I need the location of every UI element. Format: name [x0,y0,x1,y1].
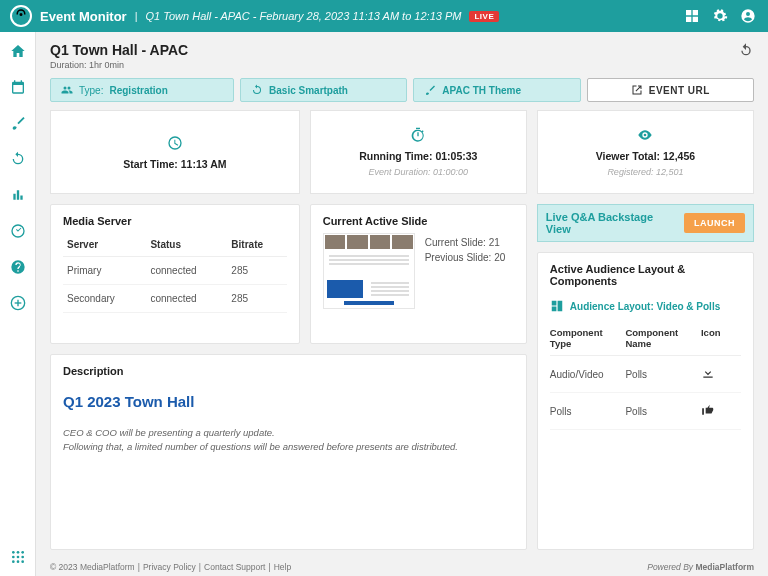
stat-start-label: Start Time: [123,158,178,170]
sidebar-help-icon[interactable] [7,256,29,278]
page-header: Q1 Town Hall - APAC Duration: 1hr 0min [50,42,754,70]
qa-backstage-bar: Live Q&A Backstage View LAUNCH [537,204,754,242]
active-slide-title: Current Active Slide [323,215,514,227]
settings-icon[interactable] [710,6,730,26]
slide-current-label: Current Slide: [425,237,486,248]
brand-logo-icon [10,5,32,27]
description-title: Q1 2023 Town Hall [63,393,514,410]
footer-privacy-link[interactable]: Privacy Policy [143,562,196,572]
download-icon [701,366,741,382]
live-badge: LIVE [469,11,499,22]
svg-point-5 [16,556,19,559]
col-bitrate: Bitrate [227,233,286,257]
pill-type[interactable]: Type: Registration [50,78,234,102]
sidebar [0,32,36,576]
pill-smartpath-label: Basic Smartpath [269,85,348,96]
stat-viewers: Viewer Total: 12,456 Registered: 12,501 [537,110,754,194]
table-row: Primary connected 285 [63,257,287,285]
stat-viewers-value: 12,456 [663,150,695,162]
people-icon [61,84,73,96]
sidebar-home-icon[interactable] [7,40,29,62]
footer-copyright: © 2023 MediaPlatform [50,562,135,572]
main-content: Q1 Town Hall - APAC Duration: 1hr 0min T… [36,32,768,558]
col-server: Server [63,233,146,257]
col-status: Status [146,233,227,257]
active-slide-card: Current Active Slide Current Slide: 21 P… [310,204,527,344]
media-server-card: Media Server Server Status Bitrate Prima… [50,204,300,344]
svg-point-9 [21,560,24,563]
refresh-button[interactable] [738,42,754,60]
pill-theme[interactable]: APAC TH Theme [413,78,580,102]
event-subtitle: Q1 Town Hall - APAC - February 28, 2023 … [146,10,462,22]
page-duration: Duration: 1hr 0min [50,60,188,70]
audience-layout-title: Active Audience Layout & Components [550,263,741,287]
pill-smartpath[interactable]: Basic Smartpath [240,78,407,102]
slide-prev-value: 20 [494,252,505,263]
clock-icon [167,135,183,153]
media-server-table: Server Status Bitrate Primary connected … [63,233,287,313]
svg-point-7 [12,560,15,563]
thumbs-up-icon [701,403,741,419]
table-row: Secondary connected 285 [63,285,287,313]
stat-running-label: Running Time: [359,150,432,162]
svg-point-2 [16,551,19,554]
svg-point-6 [21,556,24,559]
audience-layout-sub: Audience Layout: Video & Polls [550,299,741,313]
loop-icon [251,84,263,96]
brush-icon [424,84,436,96]
qa-title: Live Q&A Backstage View [546,211,678,235]
pill-url-label: EVENT URL [649,85,710,96]
layout-icon [550,299,564,313]
footer: © 2023 MediaPlatform | Privacy Policy | … [36,558,768,576]
svg-point-8 [16,560,19,563]
slide-prev-label: Previous Slide: [425,252,492,263]
pill-type-value: Registration [109,85,167,96]
timer-icon [410,127,426,145]
footer-contact-link[interactable]: Contact Support [204,562,265,572]
page-title: Q1 Town Hall - APAC [50,42,188,58]
pill-theme-label: APAC TH Theme [442,85,521,96]
sidebar-add-icon[interactable] [7,292,29,314]
stat-running-time: Running Time: 01:05:33 Event Duration: 0… [310,110,527,194]
component-row: Polls Polls [550,393,741,430]
slide-info: Current Slide: 21 Previous Slide: 20 [425,233,506,267]
sidebar-brush-icon[interactable] [7,112,29,134]
stat-viewers-label: Viewer Total: [596,150,660,162]
svg-point-4 [12,556,15,559]
description-body: CEO & COO will be presenting a quarterly… [63,426,514,455]
sidebar-analytics-icon[interactable] [7,184,29,206]
stat-start-time: Start Time: 11:13 AM [50,110,300,194]
stat-running-value: 01:05:33 [435,150,477,162]
sidebar-apps-icon[interactable] [7,546,29,568]
svg-point-1 [12,551,15,554]
account-icon[interactable] [738,6,758,26]
description-heading: Description [63,365,514,377]
slide-current-value: 21 [489,237,500,248]
footer-powered: Powered By MediaPlatform [647,562,754,572]
brand-title: Event Monitor [40,9,127,24]
description-card: Description Q1 2023 Town Hall CEO & COO … [50,354,527,550]
pill-type-prefix: Type: [79,85,103,96]
content-grid: Start Time: 11:13 AM Running Time: 01:05… [50,110,754,550]
topbar: Event Monitor | Q1 Town Hall - APAC - Fe… [0,0,768,32]
sidebar-target-icon[interactable] [7,220,29,242]
pill-event-url[interactable]: EVENT URL [587,78,754,102]
stat-running-sub: Event Duration: 01:00:00 [368,167,468,177]
topbar-divider: | [135,10,138,22]
eye-icon [637,127,653,145]
sidebar-calendar-icon[interactable] [7,76,29,98]
stat-viewers-sub: Registered: 12,501 [607,167,683,177]
media-server-title: Media Server [63,215,287,227]
launch-button[interactable]: LAUNCH [684,213,745,233]
component-header: Component Type Component Name Icon [550,321,741,356]
pill-row: Type: Registration Basic Smartpath APAC … [50,78,754,102]
footer-help-link[interactable]: Help [274,562,291,572]
slide-thumbnail[interactable] [323,233,415,309]
open-icon [631,84,643,96]
svg-point-3 [21,551,24,554]
component-row: Audio/Video Polls [550,356,741,393]
stat-start-value: 11:13 AM [181,158,227,170]
right-column: Live Q&A Backstage View LAUNCH Active Au… [537,204,754,550]
dashboard-icon[interactable] [682,6,702,26]
sidebar-loop-icon[interactable] [7,148,29,170]
